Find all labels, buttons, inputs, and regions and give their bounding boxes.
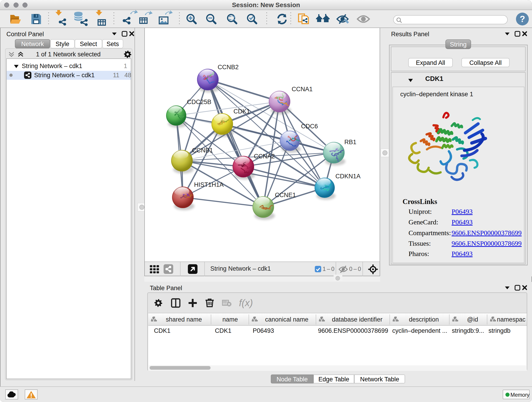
svg-text:CDC25B: CDC25B bbox=[187, 99, 211, 105]
svg-text:f(x): f(x) bbox=[239, 298, 253, 308]
svg-text:CCNA2: CCNA2 bbox=[254, 153, 275, 160]
svg-text:CDK1: CDK1 bbox=[234, 108, 250, 115]
svg-text:CCNE1: CCNE1 bbox=[275, 191, 296, 198]
svg-text:CDC6: CDC6 bbox=[301, 123, 318, 130]
svg-text:CCNB1: CCNB1 bbox=[192, 147, 213, 154]
svg-text:CCNA1: CCNA1 bbox=[292, 86, 313, 93]
svg-text:RB1: RB1 bbox=[344, 139, 356, 146]
svg-text:CCNB2: CCNB2 bbox=[218, 64, 239, 70]
svg-text:HIST1H1A: HIST1H1A bbox=[194, 181, 224, 188]
svg-text:CDKN1A: CDKN1A bbox=[336, 173, 361, 180]
